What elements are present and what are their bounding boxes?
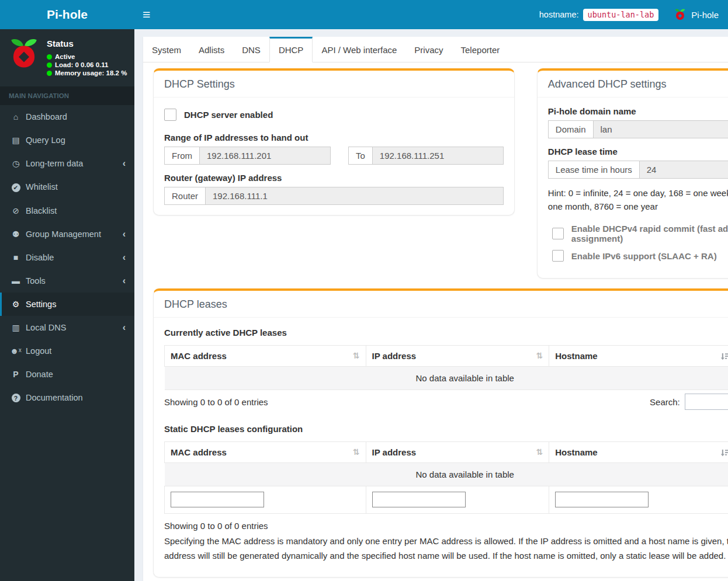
advanced-dhcp-title: Advanced DHCP settings <box>548 78 728 91</box>
sidebar-item-donate[interactable]: P Donate <box>0 363 134 386</box>
sidebar-item-label: Long-term data <box>26 159 83 168</box>
sidebar-item-label: Donate <box>26 370 53 379</box>
column-header-hostname[interactable]: Hostname <box>549 346 728 367</box>
domain-input[interactable] <box>593 120 728 138</box>
hostname-label: hostname: <box>539 10 579 19</box>
column-header-hostname[interactable]: Hostname <box>549 442 728 463</box>
to-addon: To <box>348 147 372 165</box>
dhcp-server-enabled-checkbox[interactable] <box>164 109 176 121</box>
static-leases-heading: Static DHCP leases configuration <box>164 424 728 434</box>
new-static-mac-input[interactable] <box>171 492 264 507</box>
sidebar-item-label: Dashboard <box>26 112 67 121</box>
chevron-left-icon: ‹ <box>123 276 126 286</box>
domain-label: Pi-hole domain name <box>548 106 728 116</box>
chevron-left-icon: ‹ <box>123 229 126 239</box>
sidebar-item-label: Local DNS <box>26 323 66 332</box>
column-header-mac[interactable]: ⇅ MAC address <box>165 346 366 367</box>
table-row: No data available in table <box>165 367 728 390</box>
sidebar-item-long-term-data[interactable]: ◷ Long-term data ‹ <box>0 152 134 175</box>
table-search: Search: <box>650 394 728 410</box>
lease-time-label: DHCP lease time <box>548 147 728 156</box>
status-title: Status <box>47 39 127 48</box>
empty-table-message: No data available in table <box>165 367 728 390</box>
app-logo[interactable]: Pi-hole <box>0 0 134 29</box>
chevron-left-icon: ‹ <box>123 159 126 168</box>
navbar-right: hostname: ubuntu-lan-lab Pi-hole <box>539 8 719 21</box>
sidebar-item-label: Logout <box>26 346 51 356</box>
raspberry-icon <box>674 8 687 21</box>
tab-system[interactable]: System <box>143 37 190 62</box>
status-dot-icon <box>47 54 52 60</box>
dhcp-settings-card-header: DHCP Settings <box>154 71 514 98</box>
static-lease-entry-row: + <box>165 486 728 514</box>
sidebar-item-label: Query Log <box>26 135 65 145</box>
sidebar-item-logout[interactable]: ☻ˣ Logout <box>0 339 134 363</box>
sidebar-item-group-management[interactable]: ⚉ Group Management ‹ <box>0 222 134 246</box>
sort-amount-icon <box>720 352 728 361</box>
router-label: Router (gateway) IP address <box>164 173 504 183</box>
sidebar-item-query-log[interactable]: ▤ Query Log <box>0 128 134 152</box>
range-to-group: To <box>348 147 504 165</box>
tab-api-web-interface[interactable]: API / Web interface <box>313 37 405 62</box>
tab-privacy[interactable]: Privacy <box>405 37 452 62</box>
new-static-ip-input[interactable] <box>372 492 466 507</box>
new-static-hostname-input[interactable] <box>555 492 649 507</box>
settings-tab-box: System Adlists DNS DHCP API / Web interf… <box>143 37 728 581</box>
navbar-brand: Pi-hole <box>674 8 719 21</box>
dhcp-leases-card-header: DHCP leases <box>154 291 728 318</box>
sidebar-item-dashboard[interactable]: ⌂ Dashboard <box>0 105 134 128</box>
range-to-input[interactable] <box>372 147 504 165</box>
rapid-commit-checkbox[interactable] <box>552 228 564 239</box>
question-circle-icon: ? <box>9 393 23 403</box>
column-header-mac[interactable]: ⇅ MAC address <box>165 442 366 463</box>
status-active-text: Active <box>55 53 75 60</box>
tab-dns[interactable]: DNS <box>233 37 269 62</box>
table-row: No data available in table <box>165 463 728 486</box>
ipv6-support-label: Enable IPv6 support (SLAAC + RA) <box>571 251 717 261</box>
ban-icon: ⊘ <box>9 206 23 215</box>
user-times-icon: ☻ˣ <box>9 346 23 356</box>
sidebar-item-blacklist[interactable]: ⊘ Blacklist <box>0 199 134 222</box>
status-dot-icon <box>47 62 52 68</box>
sidebar-item-local-dns[interactable]: ▥ Local DNS ‹ <box>0 316 134 339</box>
sidebar-item-documentation[interactable]: ? Documentation <box>0 386 134 410</box>
tab-adlists[interactable]: Adlists <box>190 37 233 62</box>
search-input[interactable] <box>685 394 728 410</box>
sidebar-item-whitelist[interactable]: ✔ Whitelist <box>0 175 134 199</box>
active-leases-heading: Currently active DHCP leases <box>164 328 728 338</box>
sidebar-item-disable[interactable]: ■ Disable ‹ <box>0 246 134 269</box>
tab-teleporter[interactable]: Teleporter <box>452 37 509 62</box>
dhcp-server-enabled-label: DHCP server enabled <box>184 110 273 120</box>
from-addon: From <box>164 147 199 165</box>
column-header-ip[interactable]: ⇅ IP address <box>366 442 549 463</box>
range-from-input[interactable] <box>199 147 331 165</box>
sidebar-item-label: Settings <box>26 300 56 309</box>
sidebar-item-label: Blacklist <box>26 206 57 215</box>
folder-icon: ▬ <box>9 276 23 286</box>
sidebar: Status Active Load: 0 0.06 0.11 Memory u… <box>0 29 134 581</box>
lease-time-addon: Lease time in hours <box>548 161 639 179</box>
domain-addon: Domain <box>548 120 593 138</box>
sidebar-item-label: Tools <box>26 276 46 286</box>
sidebar-section-label: MAIN NAVIGATION <box>0 86 134 105</box>
router-ip-input[interactable] <box>205 187 504 205</box>
users-icon: ⚉ <box>9 229 23 239</box>
column-header-ip[interactable]: ⇅ IP address <box>366 346 549 367</box>
sort-icon: ⇅ <box>536 351 543 360</box>
status-active-row: Active <box>47 53 127 60</box>
home-icon: ⌂ <box>9 112 23 121</box>
ipv6-support-checkbox[interactable] <box>552 250 564 262</box>
lease-time-group: Lease time in hours <box>548 161 728 179</box>
sidebar-toggle-icon[interactable]: ≡ <box>143 8 150 22</box>
sidebar-item-label: Whitelist <box>26 182 58 192</box>
search-label: Search: <box>650 397 680 407</box>
router-group: Router <box>164 187 504 205</box>
range-label: Range of IP addresses to hand out <box>164 133 504 142</box>
top-navbar: ≡ hostname: ubuntu-lan-lab Pi-hole <box>134 0 728 29</box>
lease-time-input[interactable] <box>639 161 728 179</box>
tab-dhcp[interactable]: DHCP <box>269 37 313 62</box>
paypal-icon: P <box>9 370 23 379</box>
sidebar-item-tools[interactable]: ▬ Tools ‹ <box>0 269 134 293</box>
static-leases-note: Specifying the MAC address is mandatory … <box>164 534 728 563</box>
sidebar-item-settings[interactable]: ⚙ Settings <box>0 293 134 316</box>
